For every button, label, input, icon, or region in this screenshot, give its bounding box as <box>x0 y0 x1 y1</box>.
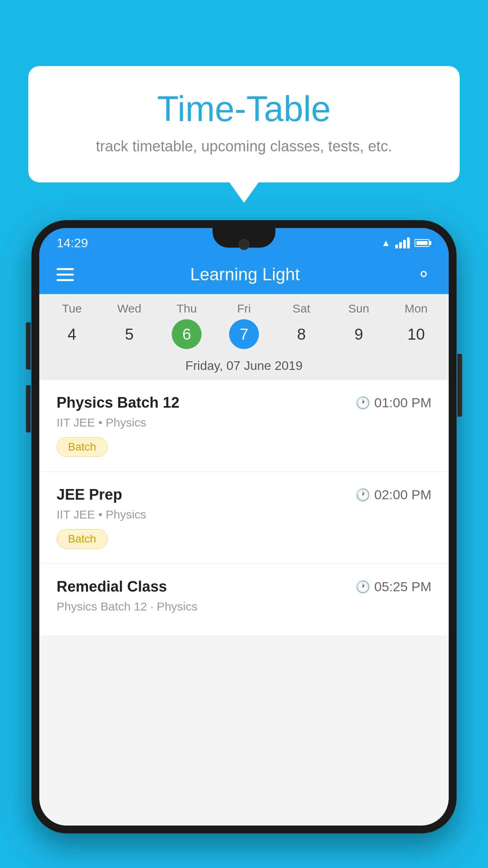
wifi-icon: ▲ <box>381 237 391 248</box>
volume-up-button <box>26 322 31 370</box>
power-button <box>457 354 462 417</box>
calendar-day[interactable]: Tue4 <box>46 302 97 349</box>
batch-badge: Batch <box>57 437 108 457</box>
schedule-list: Physics Batch 12🕐 01:00 PMIIT JEE • Phys… <box>39 380 449 636</box>
selected-date-label: Friday, 07 June 2019 <box>39 352 449 380</box>
search-button[interactable]: ⚬ <box>416 264 431 285</box>
day-number: 7 <box>229 319 259 349</box>
days-row: Tue4Wed5Thu6Fri7Sat8Sun9Mon10 <box>39 302 449 349</box>
calendar-day[interactable]: Mon10 <box>391 302 442 349</box>
schedule-meta: IIT JEE • Physics <box>57 416 431 429</box>
schedule-time: 🕐 02:00 PM <box>356 487 431 502</box>
day-number: 10 <box>401 319 431 349</box>
day-number: 5 <box>114 319 144 349</box>
calendar-day[interactable]: Wed5 <box>104 302 155 349</box>
day-number: 9 <box>344 319 374 349</box>
schedule-meta: IIT JEE • Physics <box>57 508 431 521</box>
day-label: Fri <box>237 302 251 315</box>
day-label: Sat <box>292 302 310 315</box>
calendar-day[interactable]: Sun9 <box>333 302 384 349</box>
phone-notch <box>213 228 275 248</box>
schedule-title: Remedial Class <box>57 578 167 595</box>
bubble-title: Time-Table <box>60 90 428 129</box>
speech-bubble: Time-Table track timetable, upcoming cla… <box>28 66 460 182</box>
schedule-meta: Physics Batch 12 · Physics <box>57 600 431 613</box>
phone-body: 14:29 ▲ <box>31 220 457 833</box>
phone-mockup: 14:29 ▲ <box>31 220 457 868</box>
schedule-item[interactable]: Remedial Class🕐 05:25 PMPhysics Batch 12… <box>39 564 449 635</box>
schedule-title: Physics Batch 12 <box>57 394 180 411</box>
status-time: 14:29 <box>57 236 88 250</box>
signal-icon <box>395 237 410 248</box>
clock-icon: 🕐 <box>356 396 370 410</box>
calendar-day[interactable]: Thu6 <box>161 302 212 349</box>
day-number: 4 <box>57 319 87 349</box>
batch-badge: Batch <box>57 529 108 549</box>
status-icons: ▲ <box>381 237 431 248</box>
app-bar: Learning Light ⚬ <box>39 255 449 294</box>
day-label: Mon <box>405 302 427 315</box>
clock-icon: 🕐 <box>356 580 370 594</box>
clock-icon: 🕐 <box>356 488 370 502</box>
schedule-item[interactable]: JEE Prep🕐 02:00 PMIIT JEE • PhysicsBatch <box>39 472 449 563</box>
day-label: Thu <box>176 302 197 315</box>
calendar-day[interactable]: Sat8 <box>276 302 327 349</box>
bubble-subtitle: track timetable, upcoming classes, tests… <box>60 138 428 155</box>
calendar-strip: Tue4Wed5Thu6Fri7Sat8Sun9Mon10 Friday, 07… <box>39 294 449 380</box>
volume-down-button <box>26 385 31 432</box>
schedule-item[interactable]: Physics Batch 12🕐 01:00 PMIIT JEE • Phys… <box>39 380 449 471</box>
day-number: 6 <box>172 319 202 349</box>
app-title: Learning Light <box>74 265 416 284</box>
schedule-time: 🕐 01:00 PM <box>356 395 431 410</box>
day-number: 8 <box>286 319 316 349</box>
day-label: Wed <box>117 302 141 315</box>
phone-screen: 14:29 ▲ <box>39 228 449 826</box>
day-label: Sun <box>348 302 369 315</box>
day-label: Tue <box>62 302 82 315</box>
calendar-day[interactable]: Fri7 <box>218 302 270 349</box>
battery-icon <box>415 239 431 247</box>
hamburger-menu-button[interactable] <box>57 268 74 281</box>
schedule-title: JEE Prep <box>57 486 122 503</box>
schedule-time: 🕐 05:25 PM <box>356 579 431 594</box>
front-camera <box>238 239 250 250</box>
